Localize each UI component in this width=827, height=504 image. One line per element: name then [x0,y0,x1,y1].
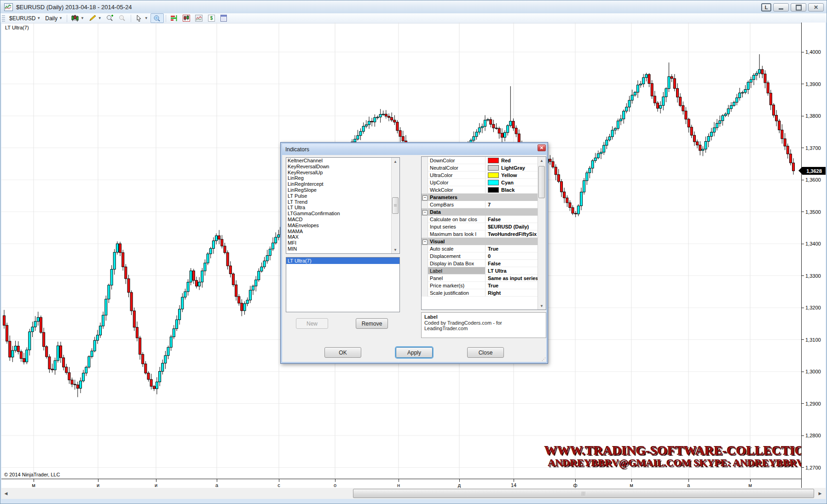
available-indicator-item[interactable]: MAEnvelopes [286,223,399,229]
line-chart-button[interactable] [193,14,205,23]
property-row[interactable]: LabelLT Ultra [422,267,546,275]
property-row[interactable]: Input series$EURUSD (Daily) [422,223,546,230]
property-row[interactable]: CompBars7 [422,201,546,208]
time-tick [217,479,217,482]
property-row[interactable]: Maximum bars look lTwoHundredFiftySix [422,230,546,238]
property-row[interactable]: PanelSame as input series [422,275,546,282]
chevron-down-icon: ▼ [59,16,63,20]
dialog-close-button-bottom[interactable]: Close [467,347,504,358]
available-indicator-item[interactable]: MIN [286,246,399,252]
chart-trader-icon [183,15,191,22]
time-tick [750,479,751,482]
cursor-dropdown[interactable]: ▼ [133,14,150,23]
available-indicator-item[interactable]: MAX [286,234,399,240]
price-axis[interactable]: 1,40001,39001,38001,37001,36001,35001,34… [801,23,826,488]
available-indicator-item[interactable]: LTGammaConfirmation [286,211,399,217]
ok-button[interactable]: OK [324,347,361,358]
available-indicator-item[interactable]: LinReg [286,175,399,181]
configured-indicator-item[interactable]: LT Ultra(7) [286,258,399,264]
property-row[interactable]: Price marker(s)True [422,282,546,289]
instrument-dropdown[interactable]: $EURUSD ▼ [7,14,43,23]
chevron-down-icon: ▼ [37,16,40,20]
property-row[interactable]: DownColorRed [422,157,546,164]
apply-button[interactable]: Apply [396,347,433,358]
period-dropdown[interactable]: Daily ▼ [43,14,65,23]
available-indicators-list[interactable]: KeltnerChannelKeyReversalDownKeyReversal… [286,157,400,254]
property-row[interactable]: UltraColorYellow [422,172,546,179]
toolbar-grip[interactable] [2,15,5,22]
list-scrollbar[interactable]: ▲ ▼ [391,158,399,253]
time-tick-label: и [97,482,99,488]
dialog-close-button[interactable]: ✕ [538,144,546,151]
maximize-button[interactable] [791,3,806,11]
available-indicator-item[interactable]: KeltnerChannel [286,158,399,164]
remove-button[interactable]: Remove [356,318,388,329]
chart-app-icon [4,3,13,11]
close-button[interactable]: ✕ [808,3,824,11]
maximize-icon [796,5,802,11]
window-title: $EURUSD (Daily) 2013-04-18 - 2014-05-24 [16,4,132,11]
available-indicator-item[interactable]: MFI [286,240,399,246]
scroll-right-icon[interactable]: ▶ [815,488,825,499]
available-indicator-item[interactable]: KeyReversalUp [286,170,399,176]
collapse-icon[interactable]: − [422,195,428,200]
horizontal-scrollbar[interactable]: ◀ ▶ [1,488,826,499]
available-indicator-item[interactable]: LinRegSlope [286,187,399,193]
collapse-icon[interactable]: − [422,240,428,245]
account-data-button[interactable]: $ [205,14,218,23]
available-indicator-item[interactable]: KeyReversalDown [286,164,399,170]
available-indicator-item[interactable]: LinRegIntercept [286,181,399,187]
price-tick [802,339,804,340]
grid-scrollbar[interactable]: ▲ ▼ [538,157,546,309]
configured-indicators-list[interactable]: LT Ultra(7) [286,257,400,312]
property-row[interactable]: UpColorCyan [422,179,546,186]
scroll-up-icon[interactable]: ▲ [538,157,545,164]
chart-trader-button[interactable] [180,14,193,23]
scrollbar-thumb[interactable] [538,166,545,198]
draw-tool-dropdown[interactable]: ▼ [87,14,104,23]
zoom-in-button[interactable] [104,14,116,23]
market-depth-button[interactable] [168,14,180,23]
property-row[interactable]: WickColorBlack [422,186,546,194]
new-button[interactable]: New [296,318,328,329]
time-axis[interactable]: мииасонд14фмам [0,479,801,488]
property-row[interactable]: NeutralColorLightGray [422,164,546,172]
chevron-down-icon: ▼ [81,16,84,20]
scrollbar-thumb[interactable] [353,489,814,498]
time-tick [156,479,156,482]
property-row[interactable]: Calculate on bar closFalse [422,216,546,223]
time-tick-label: о [334,482,336,488]
scrollbar-thumb[interactable] [392,197,399,214]
collapse-icon[interactable]: − [422,210,428,215]
available-indicator-item[interactable]: LT Ultra [286,205,399,211]
candle-style-dropdown[interactable]: ▼ [69,14,87,23]
available-indicator-item[interactable]: MACD [286,217,399,223]
property-row[interactable]: Displacement0 [422,252,546,260]
price-tick [802,435,804,436]
chevron-down-icon: ▼ [98,16,102,20]
available-indicator-item[interactable]: LT Pulse [286,193,399,199]
available-indicator-item[interactable]: LT Trend [286,199,399,205]
available-indicator-item[interactable]: MAMA [286,229,399,235]
property-row[interactable]: Auto scaleTrue [422,245,546,252]
zoom-out-button[interactable] [116,14,129,23]
scroll-up-icon[interactable]: ▲ [392,158,399,165]
dialog-title-bar[interactable]: Indicators [282,144,546,155]
data-box-button[interactable] [218,14,230,23]
scroll-down-icon[interactable]: ▼ [392,246,399,253]
property-section-visual[interactable]: −Visual [422,238,546,245]
indicator-description: Label Coded by TradingCoders.com - for L… [421,312,546,338]
link-button[interactable]: L [761,3,771,11]
scroll-left-icon[interactable]: ◀ [1,488,11,499]
scroll-down-icon[interactable]: ▼ [538,302,545,309]
indicator-property-grid[interactable]: DownColorRedNeutralColorLightGrayUltraCo… [421,156,546,310]
property-row[interactable]: Display in Data BoxFalse [422,260,546,267]
window-border [0,499,827,504]
magnifier-button[interactable] [150,13,164,23]
minimize-button[interactable] [773,3,789,11]
resize-grip-icon[interactable]: ⋰ [542,357,545,361]
property-row[interactable]: Scale justificationRight [422,289,546,297]
instrument-label: $EURUSD [9,15,35,22]
property-section-parameters[interactable]: −Parameters [422,194,546,201]
property-section-data[interactable]: −Data [422,208,546,216]
